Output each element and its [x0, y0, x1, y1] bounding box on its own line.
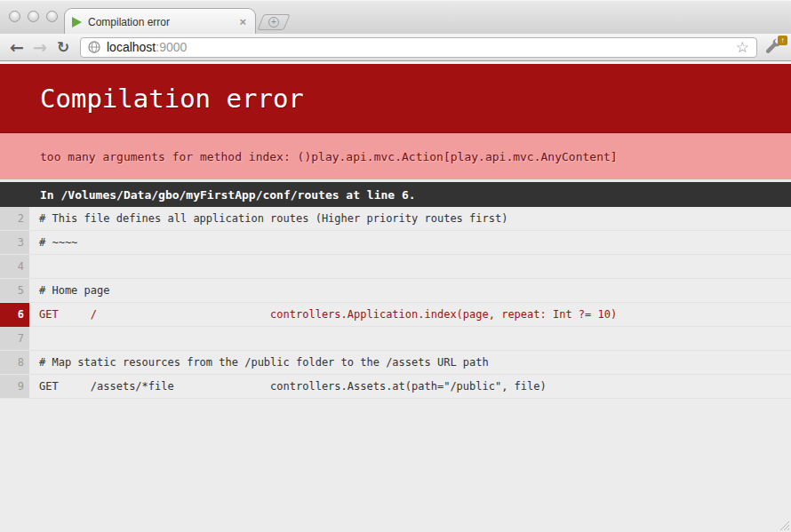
- code-line-row: 4: [0, 255, 791, 279]
- error-location: In /Volumes/Data/gbo/myFirstApp/conf/rou…: [0, 179, 791, 207]
- line-code: GET /assets/*file controllers.Assets.at(…: [29, 375, 791, 398]
- line-number: 6: [0, 303, 29, 327]
- code-line-row: 8 # Map static resources from the /publi…: [0, 351, 791, 375]
- menu-wrench-button[interactable]: ↑: [764, 37, 786, 57]
- page-title: Compilation error: [0, 64, 791, 133]
- forward-button[interactable]: →: [28, 39, 52, 56]
- line-number: 9: [0, 375, 29, 399]
- error-detail: too many arguments for method index: ()p…: [0, 133, 791, 179]
- line-code: # This file defines all application rout…: [29, 207, 791, 230]
- tab-close-icon[interactable]: ×: [237, 15, 248, 28]
- address-bar[interactable]: localhost:9000 ☆: [80, 37, 757, 58]
- source-code-listing: 2 # This file defines all application ro…: [0, 207, 791, 399]
- line-number: 3: [0, 231, 29, 255]
- code-line-row: 7: [0, 327, 791, 351]
- back-button[interactable]: ←: [5, 39, 28, 56]
- resize-grip[interactable]: [778, 519, 790, 531]
- url-port: :9000: [156, 40, 187, 54]
- browser-window: Compilation error × + ← → ↻ localhost:90…: [0, 0, 791, 532]
- window-controls: [9, 11, 58, 22]
- zoom-window-button[interactable]: [46, 11, 58, 22]
- url-text: localhost:9000: [107, 40, 736, 54]
- globe-icon: [88, 41, 100, 53]
- url-host: localhost: [107, 40, 156, 54]
- line-code: # Home page: [29, 279, 791, 302]
- line-number: 4: [0, 255, 29, 279]
- browser-tab[interactable]: Compilation error ×: [64, 8, 256, 35]
- plus-icon: +: [268, 17, 279, 28]
- play-favicon-icon: [72, 17, 82, 28]
- line-code: [29, 327, 791, 350]
- tab-title: Compilation error: [88, 16, 237, 28]
- code-line-row: 3 # ~~~~: [0, 231, 791, 255]
- line-number: 7: [0, 327, 29, 351]
- code-line-row: 9 GET /assets/*file controllers.Assets.a…: [0, 375, 791, 399]
- line-code: [29, 255, 791, 278]
- code-line-row: 5 # Home page: [0, 279, 791, 303]
- new-tab-button[interactable]: +: [257, 14, 290, 30]
- code-line-row: 2 # This file defines all application ro…: [0, 207, 791, 231]
- reload-button[interactable]: ↻: [52, 39, 75, 56]
- line-number: 5: [0, 279, 29, 303]
- error-page: Compilation error too many arguments for…: [0, 61, 791, 532]
- bookmark-star-icon[interactable]: ☆: [736, 38, 749, 56]
- line-number: 2: [0, 207, 29, 231]
- update-badge: ↑: [778, 36, 787, 45]
- line-code: # Map static resources from the /public …: [29, 351, 791, 374]
- minimize-window-button[interactable]: [28, 11, 39, 22]
- line-number: 8: [0, 351, 29, 375]
- tab-strip: Compilation error × +: [0, 0, 791, 34]
- close-window-button[interactable]: [9, 11, 20, 22]
- line-code: GET / controllers.Application.index(page…: [29, 303, 791, 326]
- line-code: # ~~~~: [29, 231, 791, 254]
- code-line-row: 6 GET / controllers.Application.index(pa…: [0, 303, 791, 327]
- browser-toolbar: ← → ↻ localhost:9000 ☆ ↑: [0, 34, 791, 61]
